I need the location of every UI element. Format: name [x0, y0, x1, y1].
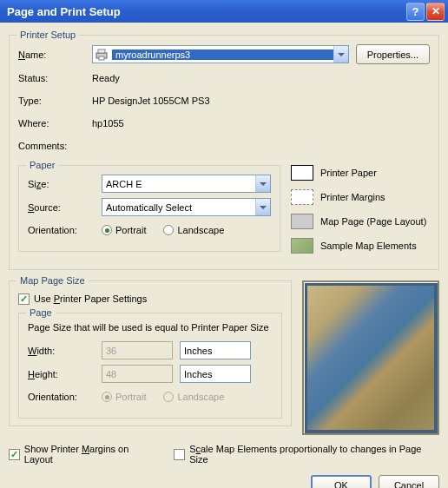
- radio-icon: [163, 392, 174, 402]
- comments-label: Comments:: [18, 141, 92, 151]
- map-preview: [302, 280, 439, 435]
- paper-source-dropdown-btn[interactable]: [255, 199, 270, 215]
- scale-elements-row[interactable]: Scale Map Elements proportionally to cha…: [174, 444, 439, 465]
- paper-orientation-label: Orientation:: [28, 225, 102, 235]
- paper-landscape-radio[interactable]: Landscape: [163, 225, 224, 235]
- type-value: HP DesignJet 1055CM PS3: [92, 96, 210, 106]
- width-label: Width:: [28, 346, 102, 356]
- printer-setup-title: Printer Setup: [16, 30, 79, 40]
- radio-icon: [102, 225, 112, 235]
- width-unit-input[interactable]: [181, 346, 307, 356]
- width-input: [102, 341, 173, 359]
- type-label: Type:: [18, 96, 92, 106]
- legend-swatch-icon: [291, 238, 313, 254]
- height-input: [102, 365, 173, 383]
- legend-swatch-icon: [291, 214, 313, 229]
- use-printer-paper-label: Use Printer Paper Settings: [34, 293, 147, 304]
- legend-printer-paper: Printer Paper: [291, 165, 430, 181]
- cancel-button[interactable]: Cancel: [379, 475, 439, 488]
- where-value: hp1055: [92, 118, 124, 129]
- scale-elements-checkbox[interactable]: [174, 449, 185, 460]
- page-group: Page Page Size that will be used is equa…: [18, 313, 282, 419]
- status-label: Status:: [18, 73, 92, 83]
- chevron-down-icon: [260, 182, 267, 186]
- page-title: Page: [26, 307, 56, 318]
- paper-size-combo[interactable]: [102, 175, 271, 193]
- paper-size-input[interactable]: [102, 179, 255, 189]
- paper-title: Paper: [26, 160, 58, 170]
- svg-rect-2: [99, 56, 104, 60]
- legend-map-page: Map Page (Page Layout): [291, 214, 430, 229]
- legend: Printer Paper Printer Margins Map Page (…: [291, 160, 430, 262]
- page-orientation-label: Orientation:: [28, 392, 102, 402]
- printer-name-input[interactable]: [112, 49, 333, 60]
- show-margins-label: Show Printer Margins on Layout: [24, 444, 158, 465]
- printer-icon: [95, 48, 109, 62]
- use-printer-paper-checkbox[interactable]: [18, 293, 30, 305]
- show-margins-row[interactable]: Show Printer Margins on Layout: [9, 444, 158, 465]
- page-landscape-radio: Landscape: [163, 392, 224, 402]
- paper-size-dropdown-btn[interactable]: [255, 175, 270, 192]
- svg-rect-1: [98, 49, 105, 53]
- map-page-size-group: Map Page Size Use Printer Paper Settings…: [9, 280, 292, 426]
- legend-swatch-icon: [291, 189, 313, 205]
- paper-group: Paper Size: Source:: [18, 165, 280, 252]
- radio-icon: [102, 392, 112, 402]
- width-unit-combo[interactable]: [180, 341, 251, 359]
- help-button[interactable]: ?: [406, 3, 425, 21]
- printer-setup-group: Printer Setup Name: Properties... Status…: [9, 35, 439, 270]
- paper-size-label: Size:: [28, 179, 102, 189]
- height-unit-combo[interactable]: [180, 365, 251, 383]
- properties-button[interactable]: Properties...: [356, 44, 430, 64]
- name-label: Name:: [18, 49, 92, 60]
- show-margins-checkbox[interactable]: [9, 449, 20, 460]
- close-button[interactable]: ✕: [426, 3, 445, 21]
- printer-name-dropdown-btn[interactable]: [333, 46, 348, 63]
- ok-button[interactable]: OK: [311, 475, 372, 488]
- height-unit-input[interactable]: [181, 369, 307, 379]
- chevron-down-icon: [338, 53, 345, 56]
- legend-printer-margins: Printer Margins: [291, 189, 430, 205]
- scale-elements-label: Scale Map Elements proportionally to cha…: [189, 444, 439, 465]
- paper-source-input[interactable]: [102, 202, 255, 213]
- titlebar: Page and Print Setup ? ✕: [0, 0, 448, 23]
- status-value: Ready: [92, 73, 120, 83]
- chevron-down-icon: [260, 206, 267, 209]
- page-note: Page Size that will be used is equal to …: [28, 322, 273, 333]
- page-portrait-radio: Portrait: [102, 392, 146, 402]
- window-title: Page and Print Setup: [7, 5, 406, 18]
- where-label: Where:: [18, 118, 92, 129]
- paper-source-combo[interactable]: [102, 198, 271, 216]
- height-label: Height:: [28, 369, 102, 379]
- map-preview-image: [307, 286, 434, 430]
- legend-sample-elements: Sample Map Elements: [291, 238, 430, 254]
- paper-source-label: Source:: [28, 202, 102, 213]
- radio-icon: [163, 225, 174, 235]
- paper-portrait-radio[interactable]: Portrait: [102, 225, 146, 235]
- printer-name-combo[interactable]: [92, 45, 349, 63]
- map-page-size-title: Map Page Size: [16, 275, 89, 286]
- legend-swatch-icon: [291, 165, 313, 181]
